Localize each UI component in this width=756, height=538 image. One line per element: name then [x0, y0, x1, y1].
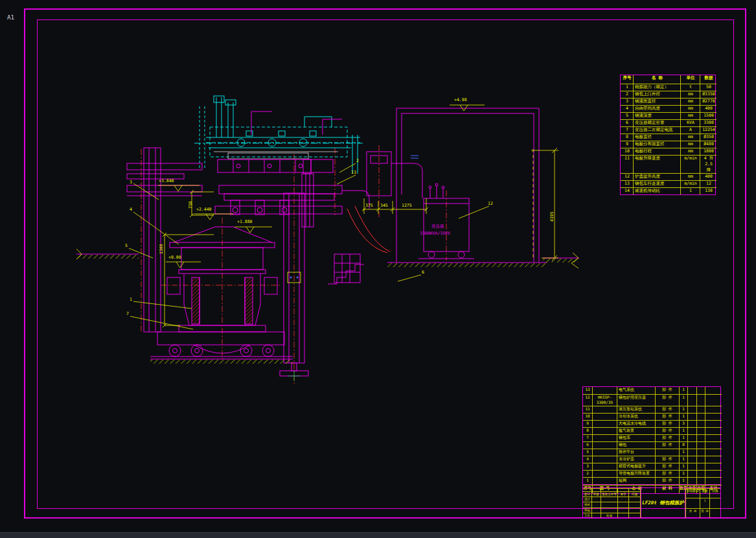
- table-cell: [705, 427, 722, 434]
- table-cell: 重量: [700, 488, 709, 498]
- window-bottom-edge: [0, 532, 756, 538]
- title-block-stage-area: 阶段标记重量比例1共 张第 张: [685, 488, 720, 518]
- table-cell: [592, 508, 601, 513]
- table-cell: 电极升降速度: [634, 155, 681, 173]
- table-cell: 冷却水系统: [617, 413, 656, 420]
- table-row: 阶段标记重量比例: [685, 488, 720, 498]
- table-row: 1: [685, 498, 720, 508]
- table-cell: [697, 387, 705, 394]
- table-row: 1精炼能力（额定）t50: [621, 84, 715, 91]
- table-row: 2导管电极升降装置部 件1: [583, 470, 720, 477]
- table-cell: 部 件: [656, 470, 680, 477]
- table-cell: 2: [583, 470, 593, 477]
- table-cell: 2: [621, 91, 634, 98]
- table-cell: 1: [700, 498, 709, 508]
- table-row: 8电极直径mmØ350: [621, 134, 715, 141]
- table-row: 工艺批准: [583, 513, 641, 518]
- table-cell: 1: [680, 406, 688, 413]
- table-cell: [697, 427, 705, 434]
- table-cell: mm: [681, 141, 700, 148]
- table-cell: 电极行程: [634, 148, 681, 155]
- portal-frame: [396, 108, 539, 262]
- table-cell: 7: [583, 434, 593, 441]
- table-cell: 13: [583, 387, 593, 394]
- table-cell: [705, 406, 722, 413]
- table-row: 3钢液面直径mmØ2770: [621, 98, 715, 105]
- table-row: 共 张第 张: [685, 508, 720, 518]
- table-cell: [709, 508, 720, 518]
- table-cell: [688, 441, 697, 449]
- table-cell: 11: [621, 155, 634, 173]
- table-cell: 6: [621, 119, 634, 126]
- table-row: 审核: [583, 508, 641, 513]
- table-cell: 短网: [617, 477, 656, 484]
- table-cell: 400: [700, 173, 716, 180]
- ladle-car: [150, 332, 293, 359]
- table-cell: 水冷炉盖: [617, 456, 656, 463]
- title-block: 标记处数更改文件号签字日期设计校对审核工艺批准 LF20t 钢包精炼炉 阶段标记…: [582, 487, 721, 519]
- table-cell: [688, 413, 697, 420]
- table-cell: 操作平台: [617, 449, 656, 456]
- table-cell: [593, 413, 617, 420]
- table-cell: 1: [680, 394, 688, 406]
- table-cell: 设计: [583, 497, 592, 502]
- table-cell: 日期: [629, 491, 641, 497]
- table-cell: [697, 470, 705, 477]
- table-row: 7钢包车部 件1: [583, 434, 720, 441]
- table-cell: 变压器额定容量: [634, 119, 681, 126]
- table-row: 6钢包部 件8: [583, 441, 720, 449]
- table-row: 10冷却水系统部 件1: [583, 413, 720, 420]
- table-row: 1短网部 件1: [583, 477, 720, 484]
- table-cell: 12: [621, 173, 634, 180]
- table-cell: mm: [681, 112, 700, 119]
- table-cell: [705, 470, 722, 477]
- table-cell: 1: [680, 413, 688, 420]
- table-cell: [601, 497, 618, 502]
- table-cell: 批准: [601, 513, 618, 518]
- table-row: 9电极分布圆直径mmØ480: [621, 141, 715, 148]
- table-cell: [705, 413, 722, 420]
- table-cell: [709, 498, 720, 508]
- table-row: 5操作平台1: [583, 449, 720, 456]
- table-cell: [593, 434, 617, 441]
- table-cell: [697, 420, 705, 427]
- table-cell: 电气系统: [617, 387, 656, 394]
- table-cell: 部 件: [656, 394, 680, 406]
- table-cell: [629, 497, 641, 502]
- table-cell: 10: [621, 148, 634, 155]
- table-cell: 12254: [700, 126, 716, 134]
- table-cell: 单位: [681, 75, 700, 84]
- table-cell: [705, 449, 722, 456]
- table-cell: 精炼能力（额定）: [634, 84, 681, 91]
- table-cell: mm: [681, 105, 700, 112]
- table-cell: [697, 463, 705, 470]
- table-cell: 1: [680, 427, 688, 434]
- table-cell: [592, 513, 601, 518]
- table-row: 7变压器二次额定电流A12254: [621, 126, 715, 134]
- table-cell: 钢包车行走速度: [634, 180, 681, 187]
- table-cell: 氩气装置: [617, 427, 656, 434]
- table-cell: [688, 406, 697, 413]
- table-cell: 序号: [621, 75, 634, 84]
- table-row: 13钢包车行走速度m/min12: [621, 180, 715, 187]
- table-cell: [688, 470, 697, 477]
- table-cell: 共 张: [685, 508, 700, 518]
- table-cell: 自由空间高度: [634, 105, 681, 112]
- table-cell: [593, 427, 617, 434]
- table-cell: 1500: [700, 112, 716, 119]
- table-cell: [618, 497, 629, 502]
- table-cell: [705, 441, 722, 449]
- table-cell: 电极直径: [634, 134, 681, 141]
- table-cell: 工艺: [583, 513, 592, 518]
- table-cell: 1: [680, 456, 688, 463]
- table-cell: 5: [583, 449, 593, 456]
- table-cell: 1: [680, 470, 688, 477]
- table-cell: [593, 441, 617, 449]
- table-cell: Ø3350: [700, 91, 716, 98]
- table-cell: 部 件: [656, 427, 680, 434]
- table-cell: [685, 498, 700, 508]
- table-cell: 部 件: [656, 463, 680, 470]
- table-cell: 1: [680, 477, 688, 484]
- table-row: 9大电流水冷电缆部 件3: [583, 420, 720, 427]
- table-cell: 1: [680, 434, 688, 441]
